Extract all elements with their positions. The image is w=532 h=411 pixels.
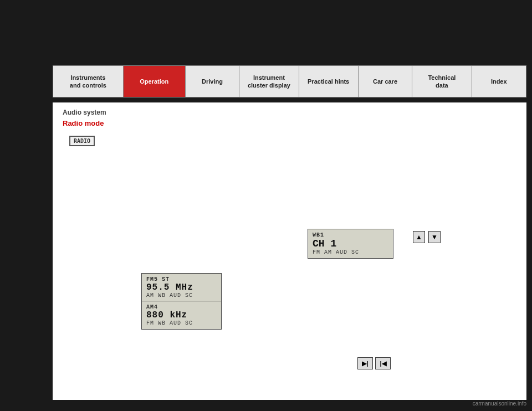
track-nav-buttons: ▶| |◀: [357, 357, 391, 369]
tab-instrument-cluster-label: Instrument cluster display: [248, 74, 290, 90]
arrow-up-button[interactable]: ▲: [413, 231, 425, 243]
channel-arrows: ▲ ▼: [413, 231, 441, 243]
forward-button[interactable]: ▶|: [357, 357, 373, 369]
am-display: AM4 880 kHz FM WB AUD SC: [141, 301, 222, 330]
section-title: Audio system: [63, 107, 106, 117]
wb-row1: WB1: [313, 232, 388, 238]
tab-driving-label: Driving: [202, 78, 223, 85]
fm-row1: FM5 ST: [146, 276, 217, 282]
wb-row3: FM AM AUD SC: [313, 249, 388, 255]
radio-button-label: RADIO: [74, 138, 90, 144]
fm-row2: 95.5 MHz: [146, 282, 217, 292]
back-icon: |◀: [380, 360, 386, 367]
wb-row2: CH 1: [313, 238, 388, 249]
section-title-text: Audio system: [63, 109, 106, 116]
sub-title-text: Radio mode: [63, 119, 104, 127]
tab-driving[interactable]: Driving: [186, 66, 240, 97]
tab-index-label: Index: [491, 78, 507, 85]
tab-technical-data[interactable]: Technical data: [412, 66, 472, 97]
tab-instrument-cluster-display[interactable]: Instrument cluster display: [239, 66, 299, 97]
down-arrow-icon: ▼: [431, 233, 438, 241]
up-arrow-icon: ▲: [416, 233, 422, 241]
tab-car-care[interactable]: Car care: [359, 66, 413, 97]
navigation-bar: Instruments and controls Operation Drivi…: [53, 65, 526, 97]
fm-display: FM5 ST 95.5 MHz AM WB AUD SC: [141, 273, 222, 302]
tab-operation[interactable]: Operation: [124, 66, 186, 97]
tab-instruments-label: Instruments and controls: [70, 74, 106, 90]
watermark: carmanualsonline.info: [473, 400, 526, 407]
fm-row3: AM WB AUD SC: [146, 292, 217, 299]
tab-technical-data-label: Technical data: [428, 74, 456, 90]
am-row3: FM WB AUD SC: [146, 320, 217, 326]
sub-title: Radio mode: [63, 118, 104, 128]
tab-car-care-label: Car care: [373, 78, 397, 85]
content-area: Audio system Radio mode RADIO FM5 ST 95.…: [53, 102, 526, 400]
forward-icon: ▶|: [362, 360, 368, 367]
am-row1: AM4: [146, 304, 217, 310]
tab-practical-hints[interactable]: Practical hints: [299, 66, 359, 97]
tab-index[interactable]: Index: [472, 66, 526, 97]
back-button[interactable]: |◀: [375, 357, 391, 369]
tab-operation-label: Operation: [140, 78, 168, 85]
am-row2: 880 kHz: [146, 310, 217, 320]
tab-practical-hints-label: Practical hints: [308, 78, 349, 85]
arrow-down-button[interactable]: ▼: [428, 231, 441, 243]
tab-instruments-and-controls[interactable]: Instruments and controls: [53, 66, 124, 97]
watermark-text: carmanualsonline.info: [473, 400, 526, 407]
radio-button-icon[interactable]: RADIO: [69, 136, 95, 146]
wb-display: WB1 CH 1 FM AM AUD SC: [308, 229, 393, 259]
